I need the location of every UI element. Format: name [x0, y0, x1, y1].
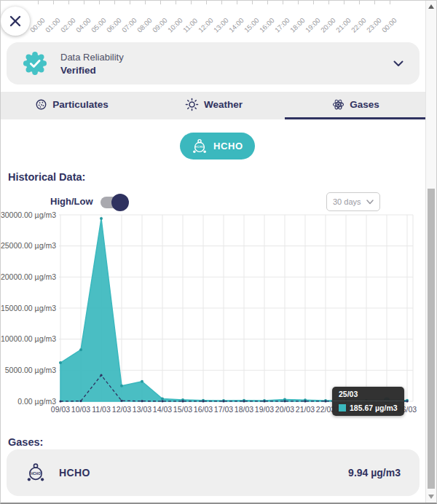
high-point-marker[interactable]: [161, 398, 164, 401]
x-axis-tick-label: 18/03: [235, 405, 253, 414]
gas-sensor-panel: 00:0001:0002:0004:0005:0006:0007:0008:00…: [0, 0, 437, 504]
hour-tick: [359, 1, 360, 4]
hour-label: 00:00: [28, 16, 47, 34]
high-point-marker[interactable]: [59, 361, 62, 364]
low-point-marker[interactable]: [283, 400, 286, 402]
hcho-molecule-icon: HCHO: [25, 462, 46, 483]
hour-label: 17:00: [273, 16, 291, 34]
scroll-up-arrow-icon[interactable]: [428, 4, 434, 9]
low-point-marker[interactable]: [141, 400, 143, 402]
low-point-marker[interactable]: [100, 374, 102, 377]
hour-label: 12:00: [197, 16, 215, 34]
low-point-marker[interactable]: [243, 400, 245, 402]
low-point-marker[interactable]: [406, 400, 408, 402]
tab-particulates[interactable]: Particulates: [1, 92, 143, 119]
scroll-down-arrow-icon[interactable]: [428, 495, 434, 499]
hour-label: 05:00: [90, 16, 108, 34]
hour-tick: [145, 1, 146, 4]
low-point-marker[interactable]: [181, 400, 184, 402]
hcho-gas-pill[interactable]: HCHO HCHO: [180, 133, 255, 160]
scrollbar-thumb[interactable]: [428, 189, 435, 489]
tooltip-value: 185.67 µg/m3: [350, 403, 398, 412]
low-point-marker[interactable]: [222, 400, 224, 402]
historical-data-title: Historical Data:: [8, 171, 85, 183]
low-point-marker[interactable]: [263, 400, 265, 402]
low-point-marker[interactable]: [161, 400, 163, 402]
range-select[interactable]: 30 days: [326, 192, 380, 211]
tab-weather[interactable]: Weather: [143, 92, 285, 119]
high-low-toggle[interactable]: [101, 197, 127, 208]
hour-label: 21:00: [334, 16, 353, 34]
gas-reading-row[interactable]: HCHO HCHO 9.94 µg/m3: [7, 449, 420, 496]
low-point-marker[interactable]: [59, 400, 61, 402]
verified-badge-icon: [23, 51, 47, 76]
x-axis-tick-label: 19/03: [255, 405, 274, 414]
low-point-marker[interactable]: [79, 400, 82, 402]
svg-text:HCHO: HCHO: [195, 146, 205, 149]
x-axis-tick-label: 17/03: [214, 405, 233, 414]
hour-tick: [344, 1, 345, 4]
hour-tick: [99, 1, 100, 4]
hour-tick: [176, 1, 176, 4]
high-point-marker[interactable]: [120, 385, 123, 387]
gas-name: HCHO: [59, 467, 90, 479]
hour-label: 07:00: [120, 16, 138, 34]
hour-label: 10:00: [166, 16, 184, 34]
hour-tick: [84, 1, 84, 4]
x-axis-tick-label: 09/03: [51, 405, 70, 414]
x-axis-tick-label: 20/03: [275, 405, 294, 414]
hour-label: 23:00: [365, 16, 383, 34]
hour-tick: [68, 1, 69, 4]
scrollbar[interactable]: [425, 1, 436, 503]
x-axis-tick-label: 16/03: [194, 405, 213, 414]
hour-tick: [53, 1, 54, 4]
hour-tick: [283, 1, 283, 4]
weather-sun-icon: [185, 98, 199, 111]
low-point-marker[interactable]: [120, 400, 122, 402]
hour-tick: [237, 1, 237, 4]
y-axis-tick-label: 0.00 µg/m3: [17, 397, 56, 406]
low-point-marker[interactable]: [324, 400, 326, 402]
hour-label: 00:00: [380, 16, 398, 34]
hour-tick: [313, 1, 314, 4]
high-point-marker[interactable]: [79, 348, 82, 351]
hour-label: 18:00: [288, 16, 307, 34]
gases-section-title: Gases:: [8, 436, 43, 448]
low-point-marker[interactable]: [304, 400, 306, 402]
hour-label: 11:00: [181, 17, 199, 34]
particulates-icon: [35, 98, 47, 111]
x-axis-tick-label: 14/03: [153, 405, 172, 414]
hour-tick: [114, 1, 115, 4]
tooltip-date: 25/03: [332, 387, 404, 401]
data-reliability-card[interactable]: Data Reliability Verified: [7, 42, 420, 84]
pill-label: HCHO: [213, 141, 243, 151]
high-point-marker[interactable]: [141, 380, 143, 383]
tab-gases[interactable]: Gases: [285, 92, 427, 119]
high-point-marker[interactable]: [100, 217, 103, 220]
hour-label: 22:00: [350, 16, 368, 34]
high-low-toggle-label: High/Low: [50, 196, 93, 207]
chart-tooltip: 25/03 185.67 µg/m3: [332, 387, 404, 416]
hour-label: 01:00: [44, 16, 62, 34]
gas-value: 9.94 µg/m3: [348, 467, 401, 479]
hour-tick: [191, 1, 192, 4]
hour-tick: [160, 1, 161, 4]
low-point-marker[interactable]: [202, 400, 204, 402]
hour-tick: [38, 1, 39, 4]
hour-tick: [221, 1, 222, 4]
close-button[interactable]: [1, 7, 30, 36]
hour-tick: [267, 1, 268, 4]
y-axis-tick-label: 25000.00 µg/m3: [1, 241, 56, 250]
x-axis-tick-label: 10/03: [71, 405, 90, 414]
tab-label: Gases: [350, 99, 379, 110]
hour-tick: [390, 1, 390, 4]
chevron-down-icon[interactable]: [393, 60, 403, 67]
hour-label: 15:00: [243, 16, 261, 34]
hour-tick: [252, 1, 253, 4]
tab-label: Particulates: [52, 99, 109, 110]
toggle-knob: [111, 194, 129, 211]
y-axis-tick-label: 20000.00 µg/m3: [1, 272, 56, 281]
y-axis-tick-label: 15000.00 µg/m3: [1, 304, 56, 312]
hour-tick: [328, 1, 329, 4]
hour-label: 19:00: [304, 16, 322, 34]
